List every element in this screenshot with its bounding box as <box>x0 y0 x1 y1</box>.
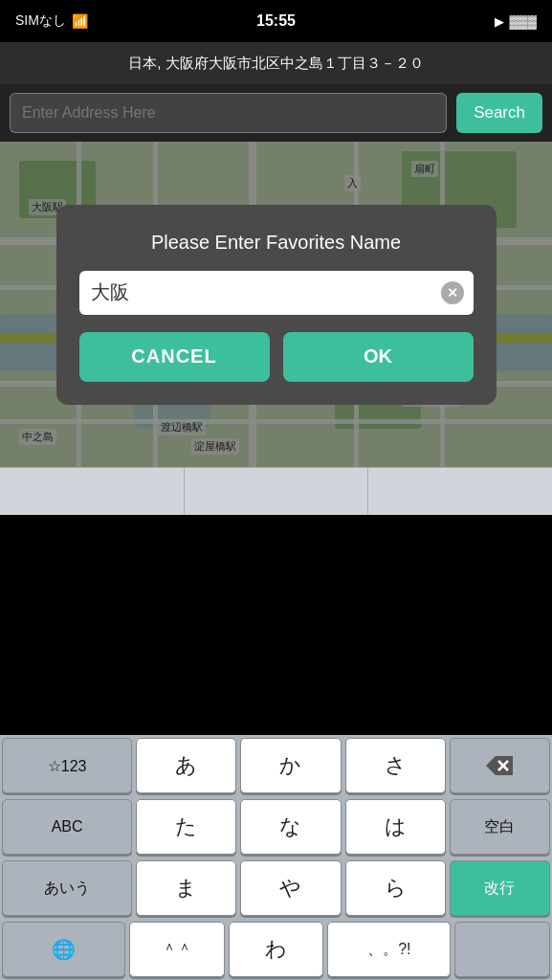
key-ta[interactable]: た <box>136 799 236 855</box>
favorites-name-input[interactable] <box>79 271 474 315</box>
time-display: 15:55 <box>256 12 296 30</box>
svg-marker-0 <box>486 756 513 775</box>
keyboard-row-2: ABC た な は 空白 <box>0 796 552 858</box>
status-bar: SIMなし 📶 15:55 ▶ ▓▓▓ <box>0 0 552 42</box>
dialog-title: Please Enter Favorites Name <box>151 232 401 254</box>
key-ra[interactable]: ら <box>345 860 446 916</box>
key-aiu[interactable]: あいう <box>2 860 132 916</box>
ok-button[interactable]: OK <box>283 332 474 382</box>
wifi-icon: 📶 <box>72 13 88 29</box>
key-ya[interactable]: や <box>240 860 341 916</box>
key-return[interactable]: 改行 <box>450 860 550 916</box>
search-button[interactable]: Search <box>456 93 542 133</box>
key-hat[interactable]: ＾＾ <box>129 922 225 977</box>
key-abc[interactable]: ABC <box>2 799 132 855</box>
suggestion-3[interactable] <box>368 468 552 515</box>
cancel-button[interactable]: CANCEL <box>79 332 270 382</box>
keyboard-row-1: ☆123 あ か さ <box>0 735 552 796</box>
key-wa[interactable]: わ <box>229 922 324 977</box>
address-bar: 日本, 大阪府大阪市北区中之島１丁目３－２０ <box>0 42 552 84</box>
search-bar: Search <box>0 84 552 142</box>
key-space[interactable]: 空白 <box>450 799 550 855</box>
key-na[interactable]: な <box>240 799 341 855</box>
key-empty <box>454 922 550 977</box>
key-symbol-123[interactable]: ☆123 <box>2 738 132 793</box>
address-text: 日本, 大阪府大阪市北区中之島１丁目３－２０ <box>13 55 539 73</box>
key-ka[interactable]: か <box>240 738 341 793</box>
key-sa[interactable]: さ <box>345 738 446 793</box>
dialog: Please Enter Favorites Name ✕ CANCEL OK <box>56 205 497 405</box>
suggestion-2[interactable] <box>185 468 369 515</box>
carrier-label: SIMなし <box>15 12 66 30</box>
navigation-icon: ▶ <box>495 14 504 29</box>
key-ma[interactable]: ま <box>136 860 236 916</box>
keyboard: ☆123 あ か さ ABC た な は 空白 あいう ま や ら 改行 🌐 ＾… <box>0 735 552 980</box>
key-delete[interactable] <box>450 738 550 793</box>
suggestion-1[interactable] <box>0 468 185 515</box>
keyboard-suggestions <box>0 467 552 515</box>
map-area: 大阪駅 扇町 入 なにわ橋駅 中之島 渡辺橋駅 淀屋橋駅 Please Ente… <box>0 142 552 467</box>
key-globe[interactable]: 🌐 <box>2 922 125 977</box>
battery-icon: ▓▓▓ <box>510 14 537 29</box>
clear-input-icon[interactable]: ✕ <box>441 281 464 304</box>
key-ha[interactable]: は <box>345 799 446 855</box>
keyboard-row-4: 🌐 ＾＾ わ 、。?! <box>0 919 552 980</box>
dialog-overlay: Please Enter Favorites Name ✕ CANCEL OK <box>0 142 552 467</box>
address-input[interactable] <box>10 93 447 133</box>
dialog-buttons: CANCEL OK <box>79 332 474 382</box>
keyboard-row-3: あいう ま や ら 改行 <box>0 858 552 919</box>
key-punct[interactable]: 、。?! <box>327 922 451 977</box>
key-a[interactable]: あ <box>136 738 236 793</box>
dialog-input-row: ✕ <box>79 271 474 315</box>
